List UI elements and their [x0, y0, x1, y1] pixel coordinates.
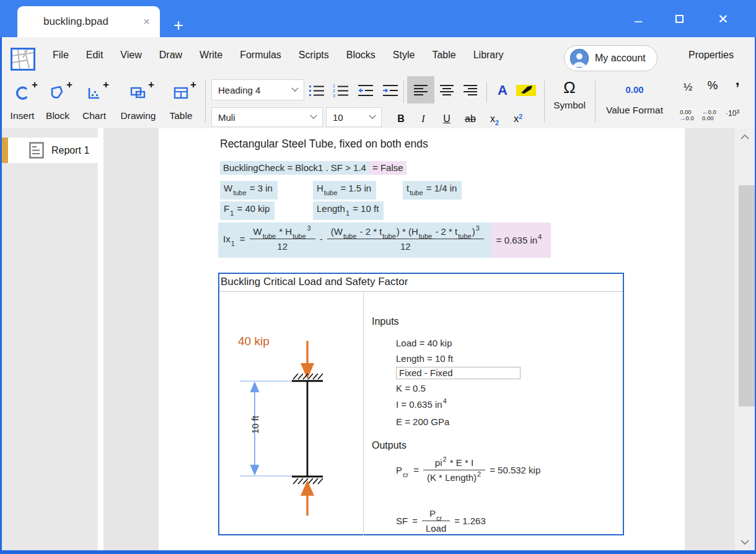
menu-view[interactable]: View: [120, 50, 141, 61]
decrease-indent-button[interactable]: [356, 78, 376, 103]
new-tab-icon[interactable]: +: [174, 16, 183, 35]
align-left-button[interactable]: [411, 78, 431, 103]
chart-icon: +: [86, 84, 102, 107]
svg-text:1: 1: [333, 84, 335, 88]
dim-arrow-up: [250, 382, 260, 393]
subscript-button[interactable]: x2: [485, 108, 504, 126]
ix-fraction-2: (Wtube - 2 * ttube) * (Htube - 2 * ttube…: [327, 226, 484, 252]
menu-table[interactable]: Table: [432, 50, 455, 61]
decrease-indent-icon: [357, 82, 374, 99]
paragraph-style-dropdown[interactable]: Heading 4: [211, 79, 304, 100]
menu-library[interactable]: Library: [473, 50, 504, 61]
doc-heading: Rectangular Steel Tube, fixed on both en…: [220, 138, 428, 151]
my-account-button[interactable]: My account: [564, 45, 657, 71]
drawing-button[interactable]: + Drawing: [115, 77, 162, 126]
block-icon: +: [50, 84, 66, 107]
bullet-list-button[interactable]: [307, 78, 327, 103]
sidebar-item-report[interactable]: Report 1: [2, 138, 98, 163]
pcr-equation: Pcr = pi2 * E * I (K * Length)2 = 50.532…: [396, 457, 540, 483]
subscript-icon: x: [490, 113, 495, 125]
tab-close-icon[interactable]: ×: [142, 15, 151, 29]
dim-arrow-down: [250, 465, 260, 476]
font-size-dropdown[interactable]: 10: [326, 107, 382, 127]
symbol-button[interactable]: Ω Symbol: [550, 78, 589, 111]
increase-indent-icon: [382, 82, 399, 99]
chevron-down-icon: [369, 112, 376, 119]
document-page[interactable]: Rectangular Steel Tube, fixed on both en…: [159, 128, 685, 550]
font-name-dropdown[interactable]: Muli: [211, 107, 323, 127]
input-i: I = 0.635 in4: [396, 399, 447, 410]
numbered-list-icon: 123: [332, 82, 349, 99]
vertical-scrollbar[interactable]: [735, 128, 755, 550]
menu-file[interactable]: File: [53, 50, 69, 61]
input-k: K = 0.5: [396, 383, 426, 394]
block-button[interactable]: + Block: [42, 77, 73, 126]
document-tab[interactable]: buckling.bpad ×: [17, 6, 160, 37]
decrease-decimals-button[interactable]: ←0.0 0.00: [702, 109, 716, 121]
font-color-button[interactable]: A: [493, 78, 512, 103]
comma-format-button[interactable]: ,: [732, 74, 743, 90]
sf-equation: SF = Pcr Load = 1.263: [396, 508, 486, 534]
application-window: buckling.bpad × + – ✕ File Edit View Dra…: [0, 0, 756, 554]
italic-button[interactable]: I: [416, 108, 431, 126]
table-button[interactable]: + Table: [164, 77, 198, 126]
window-border-bottom: [0, 550, 756, 554]
scrollbar-thumb[interactable]: [739, 185, 755, 407]
align-left-icon: [413, 82, 429, 99]
superscript-button[interactable]: x2: [509, 108, 527, 126]
menu-properties[interactable]: Properties: [688, 37, 734, 73]
avatar-icon: [569, 48, 589, 68]
maximize-icon[interactable]: [675, 15, 683, 23]
align-right-button[interactable]: [460, 78, 480, 103]
menu-scripts[interactable]: Scripts: [299, 50, 329, 61]
highlight-button[interactable]: [516, 78, 536, 103]
inputs-heading: Inputs: [372, 316, 399, 327]
my-account-label: My account: [595, 53, 646, 64]
increase-indent-button[interactable]: [380, 78, 400, 103]
column-diagram: 40 kip 10 ft: [219, 292, 363, 535]
minimize-icon[interactable]: –: [635, 13, 642, 29]
dimension-label: 10 ft: [250, 403, 260, 447]
var-t-tube: ttube = 1/4 in: [403, 181, 462, 200]
menu-blocks[interactable]: Blocks: [346, 50, 376, 61]
toolbar-separator: [205, 79, 206, 123]
menu-draw[interactable]: Draw: [159, 50, 182, 61]
outputs-heading: Outputs: [372, 440, 407, 451]
ix-fraction-1: Wtube * Htube3 12: [250, 226, 315, 252]
value-format-button[interactable]: 0.00 Value Format: [600, 82, 669, 116]
chart-button[interactable]: + Chart: [77, 77, 111, 126]
buckling-check-formula: BucklingCheck = Block1 . SF > 1.4= False: [220, 161, 407, 175]
drawing-icon: +: [129, 84, 147, 107]
toolbar-separator: [595, 81, 596, 123]
menu-edit[interactable]: Edit: [86, 50, 103, 61]
table-icon: +: [172, 84, 190, 107]
input-length: Length = 10 ft: [396, 353, 453, 364]
increase-decimals-button[interactable]: 0.00 →0.0: [680, 109, 694, 121]
menu-write[interactable]: Write: [200, 50, 222, 61]
scroll-up-icon[interactable]: [739, 133, 750, 141]
menu-formulas[interactable]: Formulas: [240, 50, 281, 61]
underline-button[interactable]: U: [438, 108, 455, 126]
bold-button[interactable]: B: [392, 108, 410, 126]
numbered-list-button[interactable]: 123: [331, 78, 351, 103]
scientific-notation-button[interactable]: ·103: [726, 110, 739, 117]
percent-format-button[interactable]: %: [703, 78, 722, 94]
scroll-down-icon[interactable]: [739, 539, 750, 546]
omega-icon: Ω: [550, 78, 589, 97]
insert-button[interactable]: + Insert: [5, 77, 40, 126]
toolbar: + Insert + Block + Chart: [2, 73, 755, 128]
close-icon[interactable]: ✕: [718, 12, 729, 27]
align-center-button[interactable]: [437, 78, 457, 103]
strikethrough-button[interactable]: ab: [459, 108, 481, 126]
input-load: Load = 40 kip: [396, 338, 452, 348]
sidebar-divider: [98, 128, 103, 550]
font-color-icon: A: [498, 82, 508, 99]
fixity-dropdown[interactable]: Fixed - Fixed: [396, 367, 521, 379]
titlebar: buckling.bpad × + – ✕: [0, 0, 756, 37]
app-logo-icon[interactable]: [11, 48, 35, 71]
fraction-format-button[interactable]: ½: [680, 79, 696, 95]
tab-title: buckling.bpad: [43, 15, 142, 28]
buckling-block[interactable]: Buckling Critical Load and Safety Factor…: [218, 273, 624, 535]
value-format-icon: 0.00: [600, 84, 669, 95]
menu-style[interactable]: Style: [393, 50, 415, 61]
